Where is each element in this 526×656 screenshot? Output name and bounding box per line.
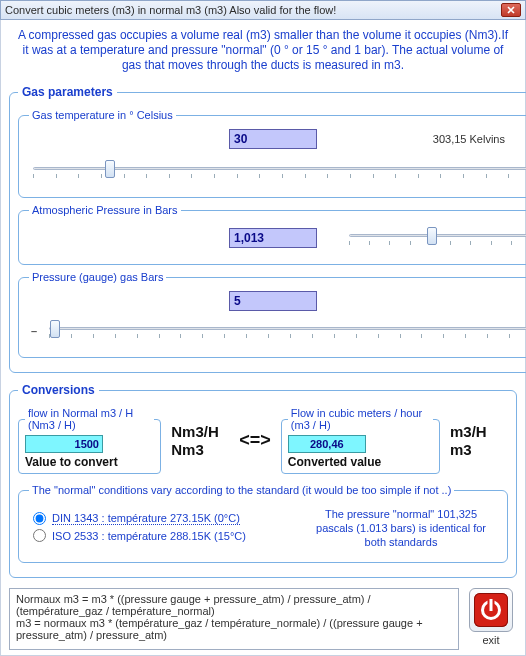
value-to-convert-label: Value to convert xyxy=(25,455,154,469)
standards-legend: The "normal" conditions vary according t… xyxy=(29,484,454,496)
atm-pressure-input[interactable] xyxy=(229,228,317,248)
flow-cubic-legend: Flow in cubic meters / hour (m3 / H) xyxy=(288,407,433,431)
flow-cubic-field: Flow in cubic meters / hour (m3 / H) Con… xyxy=(281,407,440,474)
flow-normal-legend: flow in Normal m3 / H (Nm3 / H) xyxy=(25,407,154,431)
units-right: m3/H m3 xyxy=(450,423,508,458)
exit-button[interactable] xyxy=(469,588,513,632)
convert-arrow-icon: <=> xyxy=(237,430,273,451)
gas-temp-group: Gas temperature in ° Celsius 303,15 Kelv… xyxy=(18,109,526,198)
radio-iso2533-input[interactable] xyxy=(33,529,46,542)
intro-text: A compressed gas occupies a volume real … xyxy=(4,24,522,81)
close-button[interactable] xyxy=(501,3,521,17)
close-icon xyxy=(507,6,515,14)
power-icon xyxy=(474,593,508,627)
gas-temp-input[interactable] xyxy=(229,129,317,149)
radio-iso2533[interactable]: ISO 2533 : température 288.15K (15°C) xyxy=(33,529,246,542)
radio-din1343[interactable]: DIN 1343 : température 273.15K (0°C) xyxy=(33,512,246,525)
titlebar: Convert cubic meters (m3) in normal m3 (… xyxy=(0,0,526,20)
gas-temp-slider[interactable] xyxy=(29,157,526,185)
standards-note: The pressure "normal" 101,325 pascals (1… xyxy=(311,508,491,549)
atm-pressure-legend: Atmospheric Pressure in Bars xyxy=(29,204,181,216)
gauge-pressure-group: Pressure (gauge) gas Bars – xyxy=(18,271,526,358)
gas-parameters-group: Gas parameters Gas temperature in ° Cels… xyxy=(9,85,526,373)
gauge-pressure-input[interactable] xyxy=(229,291,317,311)
conversions-legend: Conversions xyxy=(18,383,99,397)
gas-temp-legend: Gas temperature in ° Celsius xyxy=(29,109,176,121)
gas-temp-kelvin: 303,15 Kelvins xyxy=(433,133,505,145)
atm-pressure-slider[interactable] xyxy=(345,224,526,252)
atm-pressure-group: Atmospheric Pressure in Bars xyxy=(18,204,526,265)
converted-value-output xyxy=(288,435,366,453)
gauge-pressure-slider[interactable] xyxy=(45,317,526,345)
converted-value-label: Converted value xyxy=(288,455,433,469)
flow-normal-field: flow in Normal m3 / H (Nm3 / H) Value to… xyxy=(18,407,161,474)
gauge-pressure-legend: Pressure (gauge) gas Bars xyxy=(29,271,166,283)
minus-icon: – xyxy=(29,325,39,337)
exit-label: exit xyxy=(482,634,499,646)
standards-group: The "normal" conditions vary according t… xyxy=(18,484,508,563)
units-left: Nm3/H Nm3 xyxy=(171,423,229,458)
value-to-convert-input[interactable] xyxy=(25,435,103,453)
formula-box: Normaux m3 = m3 * ((pressure gauge + pre… xyxy=(9,588,459,650)
gas-parameters-legend: Gas parameters xyxy=(18,85,117,99)
radio-din1343-input[interactable] xyxy=(33,512,46,525)
window-title: Convert cubic meters (m3) in normal m3 (… xyxy=(5,4,501,16)
conversions-group: Conversions flow in Normal m3 / H (Nm3 /… xyxy=(9,383,517,578)
